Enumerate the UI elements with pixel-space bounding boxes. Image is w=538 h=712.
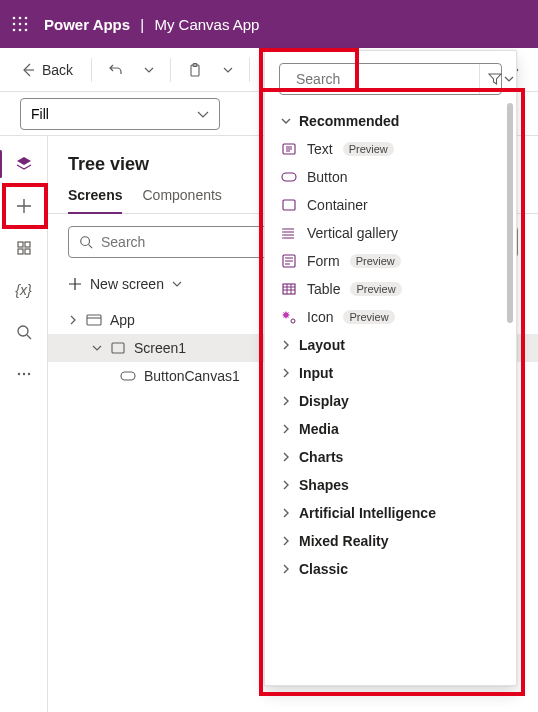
preview-badge: Preview — [343, 142, 394, 156]
svg-point-32 — [282, 231, 284, 233]
category-label: Charts — [299, 449, 343, 465]
preview-badge: Preview — [350, 254, 401, 268]
insert-dropdown-panel: Recommended Text Preview Button Containe… — [264, 50, 517, 686]
rail-insert[interactable] — [4, 186, 44, 226]
app-name: My Canvas App — [154, 16, 259, 33]
arrow-left-icon — [20, 62, 36, 78]
tab-screens[interactable]: Screens — [68, 187, 122, 213]
insert-item-label: Container — [307, 197, 368, 213]
category-shapes[interactable]: Shapes — [265, 471, 516, 499]
back-button[interactable]: Back — [12, 56, 81, 84]
section-label: Recommended — [299, 113, 399, 129]
rail-tree-view[interactable] — [4, 144, 44, 184]
scrollbar[interactable] — [507, 103, 513, 323]
chevron-right-icon — [281, 564, 291, 574]
rail-more[interactable] — [4, 354, 44, 394]
svg-point-21 — [22, 373, 24, 375]
tab-components[interactable]: Components — [142, 187, 221, 213]
rail-data[interactable] — [4, 228, 44, 268]
undo-split-button[interactable] — [138, 59, 160, 81]
section-recommended[interactable]: Recommended — [265, 107, 516, 135]
insert-search-input[interactable] — [296, 71, 471, 87]
category-input[interactable]: Input — [265, 359, 516, 387]
insert-search[interactable] — [279, 63, 502, 95]
insert-item-label: Button — [307, 169, 347, 185]
divider — [249, 58, 250, 82]
preview-badge: Preview — [350, 282, 401, 296]
chevron-right-icon — [281, 480, 291, 490]
search-icon — [79, 235, 93, 249]
chevron-down-icon — [144, 65, 154, 75]
svg-point-34 — [282, 237, 284, 239]
svg-point-2 — [25, 17, 28, 20]
chevron-down-icon — [504, 74, 514, 84]
insert-item-icon[interactable]: Icon Preview — [265, 303, 516, 331]
insert-item-container[interactable]: Container — [265, 191, 516, 219]
insert-item-text[interactable]: Text Preview — [265, 135, 516, 163]
category-label: Shapes — [299, 477, 349, 493]
chevron-right-icon — [281, 340, 291, 350]
category-media[interactable]: Media — [265, 415, 516, 443]
svg-point-5 — [25, 23, 28, 26]
text-icon — [281, 141, 297, 157]
back-label: Back — [42, 62, 73, 78]
rail-variables[interactable]: {x} — [4, 270, 44, 310]
undo-button[interactable] — [102, 56, 130, 84]
category-label: Layout — [299, 337, 345, 353]
insert-filter-button[interactable] — [479, 64, 514, 94]
chevron-down-icon — [223, 65, 233, 75]
svg-point-8 — [25, 29, 28, 32]
chevron-down-icon — [172, 279, 182, 289]
title-separator: | — [140, 16, 144, 33]
tree-item-label: App — [110, 312, 135, 328]
svg-rect-36 — [283, 284, 295, 294]
button-icon — [281, 169, 297, 185]
chevron-right-icon — [281, 396, 291, 406]
product-name: Power Apps — [44, 16, 130, 33]
svg-rect-15 — [18, 242, 23, 247]
search-icon — [16, 324, 32, 340]
category-display[interactable]: Display — [265, 387, 516, 415]
svg-point-20 — [17, 373, 19, 375]
divider — [170, 58, 171, 82]
category-classic[interactable]: Classic — [265, 555, 516, 583]
insert-item-form[interactable]: Form Preview — [265, 247, 516, 275]
category-ai[interactable]: Artificial Intelligence — [265, 499, 516, 527]
paste-split-button[interactable] — [217, 59, 239, 81]
tree-item-label: Screen1 — [134, 340, 186, 356]
left-rail: {x} — [0, 136, 48, 712]
rail-search[interactable] — [4, 312, 44, 352]
chevron-right-icon — [281, 508, 291, 518]
app-icon — [86, 312, 102, 328]
plus-icon — [16, 198, 32, 214]
paste-button[interactable] — [181, 56, 209, 84]
category-mixed-reality[interactable]: Mixed Reality — [265, 527, 516, 555]
more-icon — [16, 366, 32, 382]
app-launcher-icon[interactable] — [12, 16, 28, 32]
svg-point-22 — [27, 373, 29, 375]
property-selector[interactable]: Fill — [20, 98, 220, 130]
button-icon — [120, 371, 136, 381]
clipboard-icon — [187, 62, 203, 78]
insert-item-button[interactable]: Button — [265, 163, 516, 191]
category-label: Display — [299, 393, 349, 409]
preview-badge: Preview — [343, 310, 394, 324]
app-header: Power Apps | My Canvas App — [0, 0, 538, 48]
category-charts[interactable]: Charts — [265, 443, 516, 471]
svg-point-31 — [282, 228, 284, 230]
chevron-down-icon — [281, 116, 291, 126]
header-title: Power Apps | My Canvas App — [44, 16, 259, 33]
insert-item-label: Table — [307, 281, 340, 297]
divider — [91, 58, 92, 82]
category-layout[interactable]: Layout — [265, 331, 516, 359]
insert-item-label: Text — [307, 141, 333, 157]
chevron-right-icon — [68, 315, 78, 325]
form-icon — [281, 253, 297, 269]
insert-item-label: Icon — [307, 309, 333, 325]
category-label: Media — [299, 421, 339, 437]
insert-item-table[interactable]: Table Preview — [265, 275, 516, 303]
svg-point-1 — [19, 17, 22, 20]
insert-item-label: Form — [307, 253, 340, 269]
category-label: Input — [299, 365, 333, 381]
insert-item-vertical-gallery[interactable]: Vertical gallery — [265, 219, 516, 247]
